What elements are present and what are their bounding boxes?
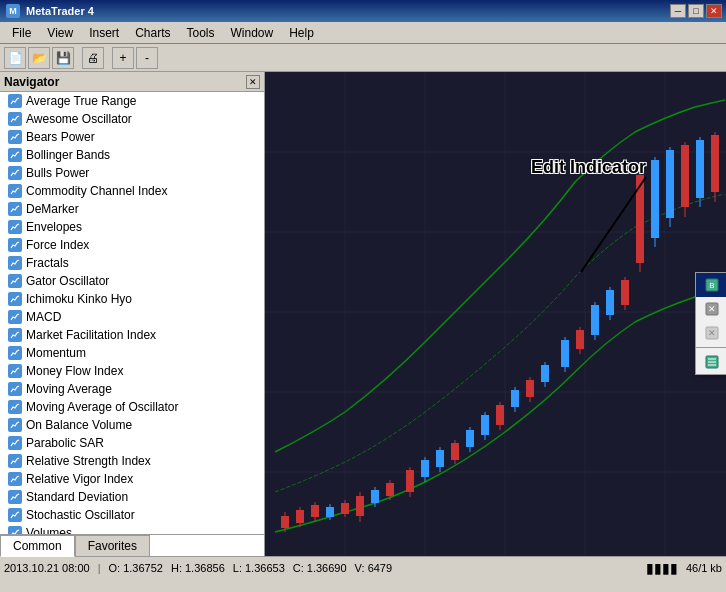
main-content: Navigator ✕ Average True RangeAwesome Os…: [0, 72, 726, 556]
toolbar-new[interactable]: 📄: [4, 47, 26, 69]
delete-window-icon: ✕: [704, 325, 720, 341]
nav-item-icon: [8, 328, 22, 342]
svg-rect-64: [666, 150, 674, 218]
minimize-button[interactable]: ─: [670, 4, 686, 18]
nav-item[interactable]: Money Flow Index: [0, 362, 264, 380]
indicators-list-icon: [704, 354, 720, 370]
nav-item[interactable]: Stochastic Oscillator: [0, 506, 264, 524]
edit-indicator-arrow: [566, 172, 666, 282]
nav-item-icon: [8, 436, 22, 450]
toolbar-zoom-out[interactable]: -: [136, 47, 158, 69]
navigator-close-button[interactable]: ✕: [246, 75, 260, 89]
status-close: C: 1.36690: [293, 562, 347, 574]
svg-text:✕: ✕: [708, 328, 716, 338]
nav-item-icon: [8, 400, 22, 414]
context-menu-indicators-list[interactable]: Indicators List Ctrl+I: [696, 350, 726, 374]
nav-item[interactable]: DeMarker: [0, 200, 264, 218]
nav-item[interactable]: Relative Strength Index: [0, 452, 264, 470]
nav-item-icon: [8, 454, 22, 468]
svg-rect-58: [621, 280, 629, 305]
bands-properties-icon: B: [704, 277, 720, 293]
toolbar-print[interactable]: 🖨: [82, 47, 104, 69]
nav-item[interactable]: Ichimoku Kinko Hyo: [0, 290, 264, 308]
nav-item-label: Bollinger Bands: [26, 148, 110, 162]
svg-rect-48: [541, 365, 549, 382]
nav-item[interactable]: Envelopes: [0, 218, 264, 236]
svg-rect-38: [466, 430, 474, 447]
toolbar-save[interactable]: 💾: [52, 47, 74, 69]
svg-rect-28: [386, 483, 394, 496]
nav-item[interactable]: Relative Vigor Index: [0, 470, 264, 488]
nav-item-icon: [8, 310, 22, 324]
menu-tools[interactable]: Tools: [179, 24, 223, 42]
close-button[interactable]: ✕: [706, 4, 722, 18]
nav-item[interactable]: Volumes: [0, 524, 264, 534]
menu-window[interactable]: Window: [223, 24, 282, 42]
tab-favorites[interactable]: Favorites: [75, 535, 150, 557]
nav-item-label: Average True Range: [26, 94, 137, 108]
status-low: L: 1.36653: [233, 562, 285, 574]
nav-item[interactable]: On Balance Volume: [0, 416, 264, 434]
nav-item-label: Commodity Channel Index: [26, 184, 167, 198]
status-high: H: 1.36856: [171, 562, 225, 574]
nav-item-icon: [8, 508, 22, 522]
toolbar-open[interactable]: 📂: [28, 47, 50, 69]
nav-item[interactable]: Bears Power: [0, 128, 264, 146]
svg-text:M: M: [9, 6, 17, 16]
menu-view[interactable]: View: [39, 24, 81, 42]
chart-area[interactable]: Edit Indicator B Bands(20) properties...: [265, 72, 726, 556]
nav-item-label: On Balance Volume: [26, 418, 132, 432]
svg-rect-46: [526, 380, 534, 397]
nav-item-icon: [8, 94, 22, 108]
nav-item[interactable]: Fractals: [0, 254, 264, 272]
nav-item[interactable]: Moving Average of Oscillator: [0, 398, 264, 416]
status-right: ▮▮▮▮ 46/1 kb: [646, 560, 722, 576]
svg-line-71: [581, 177, 646, 272]
nav-item[interactable]: Parabolic SAR: [0, 434, 264, 452]
svg-rect-24: [356, 496, 364, 516]
nav-item[interactable]: Bollinger Bands: [0, 146, 264, 164]
svg-rect-26: [371, 490, 379, 503]
nav-item[interactable]: Moving Average: [0, 380, 264, 398]
maximize-button[interactable]: □: [688, 4, 704, 18]
nav-item-icon: [8, 364, 22, 378]
nav-item-icon: [8, 202, 22, 216]
nav-item[interactable]: Market Facilitation Index: [0, 326, 264, 344]
nav-item-label: Gator Oscillator: [26, 274, 109, 288]
menu-help[interactable]: Help: [281, 24, 322, 42]
tab-common[interactable]: Common: [0, 535, 75, 557]
nav-item[interactable]: Momentum: [0, 344, 264, 362]
toolbar: 📄 📂 💾 🖨 + -: [0, 44, 726, 72]
svg-rect-52: [576, 330, 584, 349]
menu-insert[interactable]: Insert: [81, 24, 127, 42]
nav-item[interactable]: Gator Oscillator: [0, 272, 264, 290]
nav-item[interactable]: Bulls Power: [0, 164, 264, 182]
nav-item-label: Ichimoku Kinko Hyo: [26, 292, 132, 306]
nav-item-label: MACD: [26, 310, 61, 324]
toolbar-zoom-in[interactable]: +: [112, 47, 134, 69]
menu-charts[interactable]: Charts: [127, 24, 178, 42]
svg-rect-36: [451, 443, 459, 460]
nav-item[interactable]: Awesome Oscillator: [0, 110, 264, 128]
nav-item-label: Fractals: [26, 256, 69, 270]
svg-rect-20: [326, 507, 334, 517]
nav-item-label: Market Facilitation Index: [26, 328, 156, 342]
status-bars-icon: ▮▮▮▮: [646, 560, 678, 576]
context-menu-delete-indicator[interactable]: ✕ Delete Indicator: [696, 297, 726, 321]
nav-item[interactable]: Average True Range: [0, 92, 264, 110]
context-menu-bands-properties[interactable]: B Bands(20) properties...: [696, 273, 726, 297]
svg-rect-68: [696, 140, 704, 198]
svg-text:✕: ✕: [708, 304, 716, 314]
nav-item[interactable]: Commodity Channel Index: [0, 182, 264, 200]
nav-item[interactable]: Standard Deviation: [0, 488, 264, 506]
nav-item-label: Parabolic SAR: [26, 436, 104, 450]
navigator-list[interactable]: Average True RangeAwesome OscillatorBear…: [0, 92, 264, 534]
nav-item-label: Bulls Power: [26, 166, 89, 180]
menu-file[interactable]: File: [4, 24, 39, 42]
nav-item[interactable]: MACD: [0, 308, 264, 326]
nav-item-icon: [8, 292, 22, 306]
context-menu[interactable]: B Bands(20) properties... ✕ Delete Indic…: [695, 272, 726, 375]
nav-item-label: Force Index: [26, 238, 89, 252]
nav-item[interactable]: Force Index: [0, 236, 264, 254]
nav-item-label: Momentum: [26, 346, 86, 360]
